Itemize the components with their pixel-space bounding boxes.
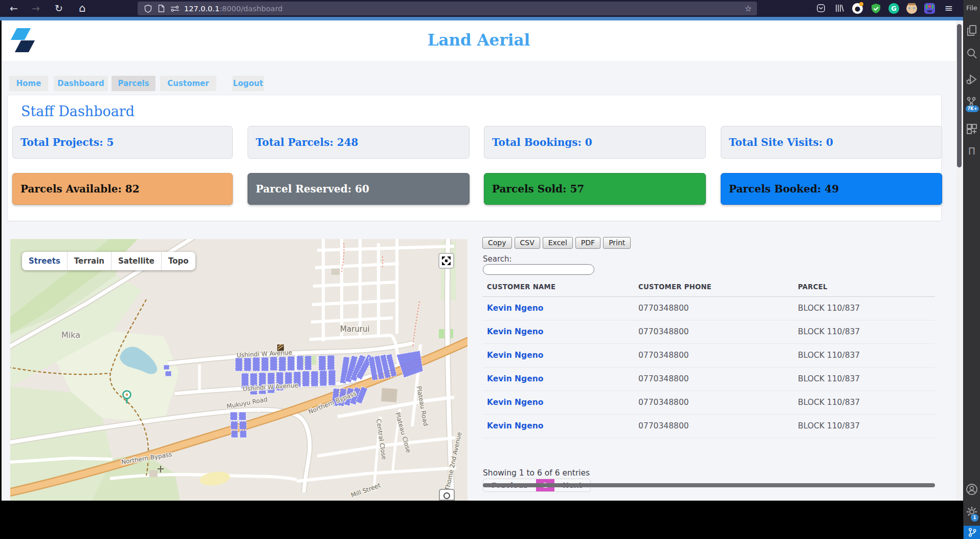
search-icon[interactable]	[964, 48, 980, 59]
library-icon[interactable]	[834, 3, 844, 14]
tab-dashboard[interactable]: Dashboard	[54, 76, 108, 91]
fullscreen-icon	[441, 256, 451, 266]
horizontal-scrollbar[interactable]	[483, 483, 935, 487]
duckduckgo-icon[interactable]: ●	[852, 3, 863, 14]
layer-satellite[interactable]: Satellite	[112, 252, 162, 270]
layer-streets[interactable]: Streets	[22, 252, 68, 270]
bookmark-star-icon[interactable]: ☆	[745, 4, 752, 13]
page-title: Land Aerial	[2, 31, 956, 49]
map-fullscreen-button[interactable]	[438, 253, 454, 269]
layer-topo[interactable]: Topo	[162, 252, 195, 270]
customer-name-link[interactable]: Kevin Ngeno	[487, 374, 543, 383]
copy-button[interactable]: Copy	[482, 237, 512, 249]
customer-phone: 0770348800	[638, 398, 689, 407]
bookings-table-section: CopyCSVExcelPDFPrint Search: CUSTOMER NA…	[482, 237, 937, 498]
grid-view-icon[interactable]	[964, 123, 980, 135]
stat-total-site-visits: Total Site Visits: 0	[721, 126, 942, 159]
pocket-icon[interactable]	[815, 3, 826, 14]
customer-name-link[interactable]: Kevin Ngeno	[487, 351, 543, 360]
search-label: Search:	[483, 254, 512, 264]
map[interactable]: Mika Marurui Ushindi W Avenue Ushindi W …	[10, 239, 467, 501]
customer-name-link[interactable]: Kevin Ngeno	[487, 304, 543, 313]
home-icon[interactable]: ⌂	[75, 0, 90, 17]
excel-button[interactable]: Excel	[543, 237, 573, 249]
map-layer-control: Streets Terrain Satellite Topo	[22, 252, 195, 270]
table-row: Kevin Ngeno 0770348800 BLOCK 110/837	[482, 391, 935, 415]
url-text: 127.0.0.1:8000/dashboard	[184, 5, 283, 13]
col-header-parcel[interactable]: PARCEL	[798, 283, 828, 291]
customer-phone: 0770348800	[638, 351, 689, 360]
parcel-cell: BLOCK 110/837	[798, 421, 860, 430]
vscode-window-edge: File 7K+ Π 1	[963, 0, 980, 539]
page-top-accent	[0, 17, 963, 20]
card-parcels-booked: Parcels Booked: 49	[721, 173, 942, 205]
customer-name-link[interactable]: Kevin Ngeno	[487, 398, 543, 407]
tab-parcels[interactable]: Parcels	[112, 76, 155, 91]
parcel-cell: BLOCK 110/837	[798, 304, 860, 313]
staff-dashboard-heading: Staff Dashboard	[21, 103, 135, 119]
parcel-cell: BLOCK 110/837	[798, 398, 860, 407]
table-row: Kevin Ngeno 0770348800 BLOCK 110/837	[482, 415, 935, 438]
parcel-cell: BLOCK 110/837	[798, 327, 860, 336]
parcel-cell: BLOCK 110/837	[798, 374, 860, 383]
git-branch-icon	[968, 528, 976, 537]
stat-total-parcels: Total Parcels: 248	[248, 126, 470, 159]
map-label-mika: Mika	[61, 330, 80, 340]
tab-logout[interactable]: Logout	[232, 76, 264, 91]
customer-phone: 0770348800	[638, 374, 689, 383]
privacy-shield-icon[interactable]	[871, 3, 881, 14]
staff-dashboard-panel: Staff Dashboard Total Projects: 5 Total …	[7, 95, 942, 221]
col-header-customer-name[interactable]: CUSTOMER NAME	[487, 283, 555, 291]
run-debug-icon[interactable]	[964, 73, 980, 85]
explorer-icon[interactable]	[964, 25, 980, 37]
shield-toggle-icon[interactable]	[170, 6, 180, 12]
customer-name-link[interactable]: Kevin Ngeno	[487, 327, 543, 336]
export-buttons: CopyCSVExcelPDFPrint	[482, 237, 633, 249]
page-icon	[158, 5, 165, 12]
customer-phone: 0770348800	[638, 327, 689, 336]
avatar-extension-icon[interactable]	[906, 3, 917, 14]
extension-count-badge: 7K+	[966, 105, 979, 112]
vscode-file-menu[interactable]: File	[964, 4, 980, 12]
csv-button[interactable]: CSV	[515, 237, 540, 249]
table-row: Kevin Ngeno 0770348800 BLOCK 110/837	[482, 368, 935, 391]
card-parcel-reserved: Parcel Reserved: 60	[248, 173, 470, 205]
map-canvas: Mika Marurui Ushindi W Avenue Ushindi W …	[10, 239, 467, 501]
menu-hamburger-icon[interactable]: ≡	[941, 0, 956, 17]
card-parcels-available: Parcels Available: 82	[12, 173, 233, 205]
robot-extension-icon[interactable]	[924, 3, 935, 14]
vertical-scrollbar-track[interactable]	[956, 20, 963, 501]
testing-icon[interactable]: Π	[964, 145, 980, 157]
url-bar[interactable]: 127.0.0.1:8000/dashboard ☆	[138, 2, 757, 15]
table-row: Kevin Ngeno 0770348800 BLOCK 110/837	[482, 344, 935, 368]
reload-icon[interactable]: ↻	[51, 0, 66, 17]
grammarly-icon[interactable]: G	[888, 3, 899, 14]
search-input[interactable]	[483, 264, 594, 275]
customer-name-link[interactable]: Kevin Ngeno	[487, 421, 543, 430]
shield-icon	[144, 5, 152, 13]
vertical-scrollbar-thumb[interactable]	[957, 24, 962, 167]
table-row: Kevin Ngeno 0770348800 BLOCK 110/837	[482, 320, 935, 344]
layer-terrain[interactable]: Terrain	[68, 252, 112, 270]
forward-icon[interactable]: →	[28, 0, 43, 17]
customer-phone: 0770348800	[638, 421, 689, 430]
card-parcels-sold: Parcels Sold: 57	[484, 173, 706, 205]
source-control-statusbar[interactable]	[964, 526, 980, 539]
table-row: Kevin Ngeno 0770348800 BLOCK 110/837	[482, 297, 935, 320]
dashboard-page: Land Aerial Home Dashboard Parcels Custo…	[2, 20, 956, 501]
col-header-customer-phone[interactable]: CUSTOMER PHONE	[638, 283, 711, 291]
map-zoom-control[interactable]	[439, 489, 455, 501]
site-header: Land Aerial	[2, 20, 956, 61]
table-summary: Showing 1 to 6 of 6 entries	[483, 468, 590, 478]
back-icon[interactable]: ←	[6, 0, 21, 17]
print-button[interactable]: Print	[603, 237, 631, 249]
browser-toolbar: ← → ↻ ⌂ 127.0.0.1:8000/dashboard ☆ ● G ≡	[0, 0, 980, 17]
pdf-button[interactable]: PDF	[575, 237, 600, 249]
account-icon[interactable]	[964, 483, 980, 495]
map-label-marurui: Marurui	[340, 325, 370, 334]
customer-phone: 0770348800	[638, 304, 689, 313]
stat-total-projects: Total Projects: 5	[12, 126, 233, 159]
tab-home[interactable]: Home	[9, 76, 48, 91]
tab-customer-map[interactable]: Customer Map	[160, 76, 216, 91]
screen: ← → ↻ ⌂ 127.0.0.1:8000/dashboard ☆ ● G ≡…	[0, 0, 980, 539]
